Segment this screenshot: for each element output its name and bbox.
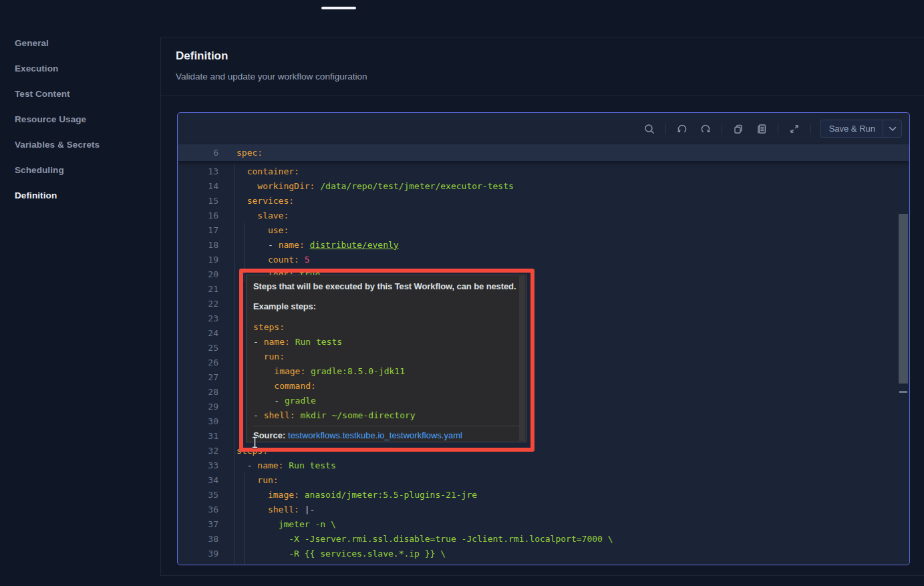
window-tab-indicator xyxy=(321,7,356,9)
line-number: 34 xyxy=(178,475,218,485)
tooltip-code-block: steps:- name: Run tests run: image: grad… xyxy=(253,320,519,423)
chevron-down-icon[interactable] xyxy=(883,126,901,132)
code-line-text: -R {{ services.slave.*.ip }} \ xyxy=(237,549,446,559)
sidebar-item-general[interactable]: General xyxy=(15,30,148,55)
line-number: 33 xyxy=(178,460,218,470)
code-line-18[interactable]: 18 - name: distribute/evenly xyxy=(178,237,899,252)
tooltip-source-row: Source: testworkflows.testkube.io_testwo… xyxy=(253,426,519,442)
line-number: 22 xyxy=(178,299,218,309)
tooltip-subheading: Example steps: xyxy=(253,301,519,313)
code-line-text: use: xyxy=(237,225,289,235)
code-line-text: - name: distribute/evenly xyxy=(237,240,399,250)
fullscreen-icon[interactable] xyxy=(787,122,802,136)
line-number: 30 xyxy=(178,416,218,426)
code-line-15[interactable]: 15 services: xyxy=(178,193,899,208)
paste-icon[interactable] xyxy=(754,122,769,136)
code-line-19[interactable]: 19 count: 5 xyxy=(178,252,899,267)
copy-icon[interactable] xyxy=(731,122,746,136)
code-line-text: workingDir: /data/repo/test/jmeter/execu… xyxy=(237,181,514,191)
code-line-14[interactable]: 14 workingDir: /data/repo/test/jmeter/ex… xyxy=(178,178,899,193)
code-line-38[interactable]: 38 -X -Jserver.rmi.ssl.disable=true -Jcl… xyxy=(178,531,899,546)
hover-tooltip: Steps that will be executed by this Test… xyxy=(246,275,526,442)
sidebar-list: GeneralExecutionTest ContentResource Usa… xyxy=(15,30,148,208)
tooltip-code-line: run: xyxy=(253,349,519,364)
code-line-17[interactable]: 17 use: xyxy=(178,223,899,237)
editor-toolbar: Save & Run xyxy=(178,113,909,144)
code-line-40[interactable]: 40 -t jmeter-executor-smoke.jmx xyxy=(178,561,899,565)
line-number: 31 xyxy=(178,431,218,441)
page-subtitle: Validate and update your workflow config… xyxy=(176,71,367,82)
code-line-text: container: xyxy=(237,166,299,176)
code-line-text: image: anasoid/jmeter:5.5-plugins-21-jre xyxy=(237,490,477,500)
sidebar-item-variables-secrets[interactable]: Variables & Secrets xyxy=(15,132,148,157)
line-number: 29 xyxy=(178,402,218,412)
editor-scrollbar-thumb[interactable] xyxy=(899,214,908,384)
code-line-16[interactable]: 16 slave: xyxy=(178,208,899,223)
line-number: 24 xyxy=(178,328,218,338)
tooltip-code-line: command: xyxy=(253,379,519,394)
save-and-run-label: Save & Run xyxy=(820,124,883,134)
code-line-35[interactable]: 35 image: anasoid/jmeter:5.5-plugins-21-… xyxy=(178,487,899,502)
line-number: 32 xyxy=(178,446,218,456)
line-number: 26 xyxy=(178,357,218,368)
toolbar-divider xyxy=(778,124,778,134)
code-line-text: slave: xyxy=(237,210,289,221)
line-number: 20 xyxy=(178,269,218,279)
sidebar-item-resource-usage[interactable]: Resource Usage xyxy=(15,106,148,132)
sidebar-item-execution[interactable]: Execution xyxy=(15,55,148,81)
source-link[interactable]: testworkflows.testkube.io_testworkflows.… xyxy=(288,430,462,440)
code-line-text: - name: Run tests xyxy=(237,460,336,470)
line-number: 37 xyxy=(178,519,218,529)
code-line-text: -X -Jserver.rmi.ssl.disable=true -Jclien… xyxy=(237,534,613,544)
line-number: 35 xyxy=(178,490,218,500)
code-line-34[interactable]: 34 run: xyxy=(178,472,899,487)
line-number: 25 xyxy=(178,343,218,353)
code-line-37[interactable]: 37 jmeter -n \ xyxy=(178,517,899,531)
tooltip-code-line: - name: Run tests xyxy=(253,335,519,349)
line-number: 21 xyxy=(178,284,218,294)
code-line-text: count: 5 xyxy=(237,255,310,265)
line-number: 13 xyxy=(178,166,218,176)
tooltip-scrollbar[interactable] xyxy=(519,276,525,441)
line-number: 38 xyxy=(178,534,218,544)
sidebar-item-scheduling[interactable]: Scheduling xyxy=(15,157,148,182)
tooltip-code-line: image: gradle:8.5.0-jdk11 xyxy=(253,364,519,379)
code-line-13[interactable]: 13 container: xyxy=(178,164,899,178)
line-number: 15 xyxy=(178,196,218,206)
line-number: 39 xyxy=(178,549,218,559)
line-number: 17 xyxy=(178,225,218,235)
text-cursor-icon xyxy=(251,436,260,452)
code-line-text: services: xyxy=(237,196,294,206)
panel-header: Definition Validate and update your work… xyxy=(161,37,924,96)
line-number: 18 xyxy=(178,240,218,250)
code-line-33[interactable]: 33 - name: Run tests xyxy=(178,458,899,472)
code-line-36[interactable]: 36 shell: |- xyxy=(178,502,899,517)
save-and-run-button[interactable]: Save & Run xyxy=(820,120,902,138)
line-number: 19 xyxy=(178,255,218,265)
app-window: GeneralExecutionTest ContentResource Usa… xyxy=(0,0,924,586)
sidebar-item-test-content[interactable]: Test Content xyxy=(15,81,148,106)
undo-icon[interactable] xyxy=(675,122,689,136)
code-line-39[interactable]: 39 -R {{ services.slave.*.ip }} \ xyxy=(178,546,899,561)
line-number: 6 xyxy=(178,148,218,158)
code-line-text: shell: |- xyxy=(237,504,315,515)
line-number: 16 xyxy=(178,210,218,221)
page-title: Definition xyxy=(176,49,228,63)
line-number: 28 xyxy=(178,387,218,397)
sticky-code: spec: xyxy=(237,148,263,158)
redo-icon[interactable] xyxy=(698,122,713,136)
line-number: 27 xyxy=(178,372,218,382)
tooltip-code-line: steps: xyxy=(253,320,519,335)
code-line-text: jmeter -n \ xyxy=(237,519,336,529)
toolbar-divider xyxy=(665,124,666,134)
code-line-text: run: xyxy=(237,475,279,485)
toolbar-divider xyxy=(722,124,722,134)
sticky-scroll-line[interactable]: 6 spec: xyxy=(178,144,909,161)
tooltip-heading: Steps that will be executed by this Test… xyxy=(253,281,519,293)
line-number: 23 xyxy=(178,313,218,323)
search-icon[interactable] xyxy=(642,122,657,136)
settings-sidebar: GeneralExecutionTest ContentResource Usa… xyxy=(15,30,148,208)
tooltip-code-line: - shell: mkdir ~/some-directory xyxy=(253,408,519,423)
line-number: 14 xyxy=(178,181,218,191)
sidebar-item-definition[interactable]: Definition xyxy=(15,182,148,208)
